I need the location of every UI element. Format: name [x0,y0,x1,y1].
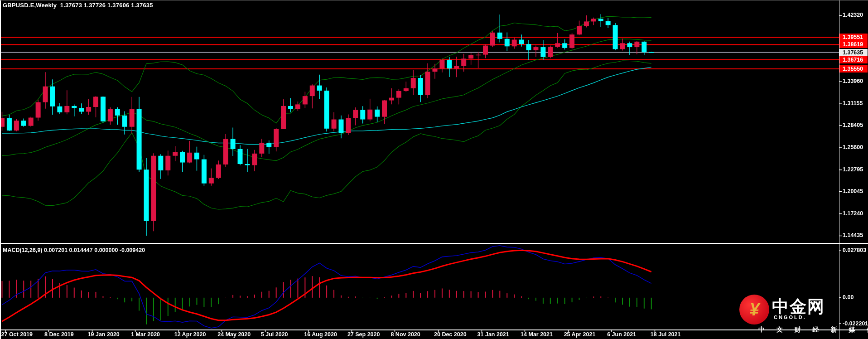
macd-axis-label: 0.027803 [843,247,866,254]
logo-mark-icon: ¥ [739,295,769,324]
macd-axis-label: 0.00 [843,294,854,301]
time-axis-label: 31 Jan 2021 [477,331,509,338]
price-tick-label: 1.22795 [843,166,863,173]
logo-glyph: ¥ [749,301,759,318]
time-axis-label: 27 Oct 2019 [1,331,33,338]
time-axis-label: 19 Jan 2020 [88,331,120,338]
panel-separator[interactable] [0,243,868,244]
price-tick-label: 1.33960 [843,78,863,85]
logo-subtitle: CNGOLD. [774,315,806,320]
price-tick-label: 1.25600 [843,144,863,151]
time-axis-label: 14 Mar 2021 [521,331,553,338]
level-price-badge: 1.39551 [839,34,868,41]
time-axis-label: 5 Jul 2020 [261,331,288,338]
level-price-badge: 1.36716 [839,56,868,63]
macd-axis-label: -0.022201 [843,320,868,327]
price-tick-label: 1.28405 [843,122,863,129]
current-price-badge: 1.37635 [839,49,868,56]
time-axis-label: 8 Nov 2020 [391,331,420,338]
time-axis-label: 6 Jun 2021 [607,331,636,338]
price-chart-canvas[interactable] [0,0,868,339]
time-axis[interactable]: 27 Oct 20198 Dec 201919 Jan 20201 Mar 20… [0,330,839,339]
time-axis-label: 8 Dec 2019 [44,331,74,338]
time-axis-label: 20 Dec 2020 [434,331,467,338]
macd-indicator-label: MACD(12,26,9) 0.007201 0.014447 0.000000… [3,247,145,253]
chart-window: GBPUSD.E,Weekly 1.37673 1.37726 1.37606 … [0,0,868,339]
price-axis[interactable]: 1.423201.339601.311551.284051.256001.227… [839,0,868,339]
time-axis-label: 25 Apr 2021 [564,331,596,338]
time-axis-label: 24 May 2020 [217,331,251,338]
price-tick-label: 1.42320 [843,12,863,19]
level-price-badge: 1.38619 [839,41,868,48]
level-price-badge: 1.35550 [839,65,868,73]
time-axis-label: 16 Aug 2020 [304,331,337,338]
time-axis-label: 18 Jul 2021 [651,331,681,338]
time-axis-label: 1 Mar 2020 [131,331,160,338]
price-tick-label: 1.14435 [843,232,863,239]
chart-title: GBPUSD.E,Weekly 1.37673 1.37726 1.37606 … [3,2,153,9]
price-tick-label: 1.31155 [843,100,863,107]
price-tick-label: 1.20045 [843,188,863,195]
time-axis-label: 27 Sep 2020 [347,331,380,338]
time-axis-label: 12 Apr 2020 [174,331,206,338]
price-tick-label: 1.17240 [843,210,863,217]
